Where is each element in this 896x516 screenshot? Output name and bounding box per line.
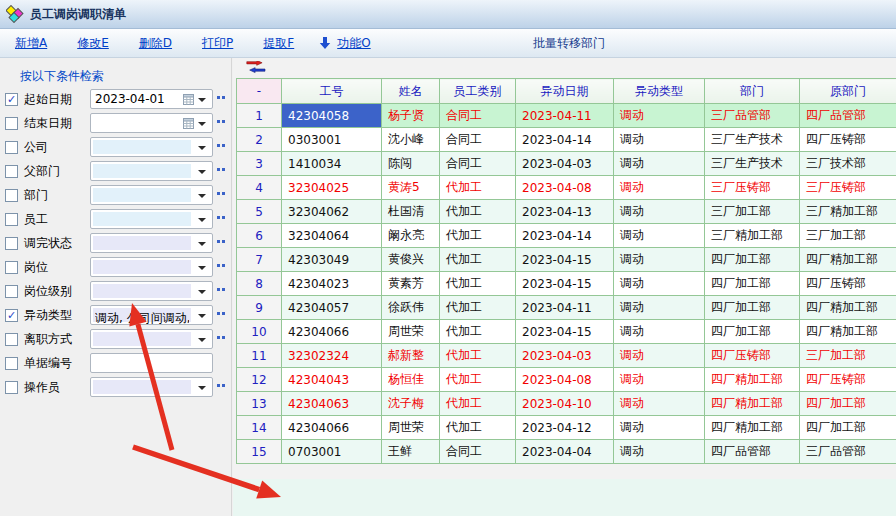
- dropdown-arrow-icon[interactable]: [198, 338, 206, 342]
- ellipsis-button[interactable]: [217, 336, 227, 339]
- row-number-cell[interactable]: 12: [237, 368, 282, 392]
- employee-type-cell[interactable]: 代加工: [440, 296, 516, 320]
- table-row[interactable]: 1242304043杨恒佳代加工2023-04-08调动四厂精加工部四厂压铸部: [237, 368, 896, 392]
- toolbar-button[interactable]: 提取F: [263, 35, 294, 52]
- change-date-cell[interactable]: 2023-04-13: [516, 200, 614, 224]
- row-number-cell[interactable]: 4: [237, 176, 282, 200]
- name-cell[interactable]: 周世荣: [382, 416, 440, 440]
- dropdown-arrow-icon[interactable]: [198, 266, 206, 270]
- toolbar-button[interactable]: 打印P: [202, 35, 233, 52]
- name-cell[interactable]: 杨子贤: [382, 104, 440, 128]
- name-cell[interactable]: 徐跃伟: [382, 296, 440, 320]
- table-row[interactable]: 142304058杨子贤合同工2023-04-11调动三厂品管部四厂品管部: [237, 104, 896, 128]
- filter-checkbox[interactable]: [5, 285, 18, 298]
- original-department-cell[interactable]: 三厂品管部: [800, 440, 896, 464]
- combo-select[interactable]: [90, 377, 213, 397]
- employee-type-cell[interactable]: 代加工: [440, 248, 516, 272]
- change-date-cell[interactable]: 2023-04-10: [516, 392, 614, 416]
- column-header[interactable]: 员工类别: [440, 79, 516, 104]
- employee-type-cell[interactable]: 代加工: [440, 368, 516, 392]
- employee-id-cell[interactable]: 42303049: [282, 248, 382, 272]
- filter-checkbox[interactable]: [5, 213, 18, 226]
- original-department-cell[interactable]: 四厂精加工部: [800, 320, 896, 344]
- employee-type-cell[interactable]: 合同工: [440, 128, 516, 152]
- department-cell[interactable]: 三厂压铸部: [705, 176, 800, 200]
- table-row[interactable]: 532304062杜国清代加工2023-04-13调动三厂加工部三厂精加工部: [237, 200, 896, 224]
- ellipsis-button[interactable]: [217, 192, 227, 195]
- row-number-cell[interactable]: 5: [237, 200, 282, 224]
- change-type-cell[interactable]: 调动: [614, 368, 705, 392]
- employee-id-cell[interactable]: 0303001: [282, 128, 382, 152]
- table-row[interactable]: 942304057徐跃伟代加工2023-04-11调动四厂加工部四厂精加工部: [237, 296, 896, 320]
- employee-type-cell[interactable]: 代加工: [440, 224, 516, 248]
- employee-id-cell[interactable]: 32304064: [282, 224, 382, 248]
- original-department-cell[interactable]: 三厂加工部: [800, 344, 896, 368]
- department-cell[interactable]: 三厂品管部: [705, 104, 800, 128]
- original-department-cell[interactable]: 三厂技术部: [800, 152, 896, 176]
- change-type-cell[interactable]: 调动: [614, 248, 705, 272]
- department-cell[interactable]: 四厂精加工部: [705, 368, 800, 392]
- name-cell[interactable]: 杨恒佳: [382, 368, 440, 392]
- combo-select[interactable]: [90, 329, 213, 349]
- column-header[interactable]: -: [237, 79, 282, 104]
- dropdown-arrow-icon[interactable]: [198, 122, 206, 126]
- calendar-icon[interactable]: [183, 118, 194, 132]
- ellipsis-button[interactable]: [217, 288, 227, 291]
- employee-id-cell[interactable]: 42304057: [282, 296, 382, 320]
- ellipsis-button[interactable]: [217, 96, 227, 99]
- dropdown-arrow-icon[interactable]: [198, 242, 206, 246]
- employee-id-cell[interactable]: 32302324: [282, 344, 382, 368]
- filter-checkbox[interactable]: [5, 357, 18, 370]
- name-cell[interactable]: 阚永亮: [382, 224, 440, 248]
- change-date-cell[interactable]: 2023-04-15: [516, 272, 614, 296]
- change-type-cell[interactable]: 调动: [614, 416, 705, 440]
- original-department-cell[interactable]: 四厂压铸部: [800, 128, 896, 152]
- original-department-cell[interactable]: 三厂精加工部: [800, 200, 896, 224]
- change-type-cell[interactable]: 调动: [614, 224, 705, 248]
- row-number-cell[interactable]: 3: [237, 152, 282, 176]
- change-type-cell[interactable]: 调动: [614, 296, 705, 320]
- change-date-cell[interactable]: 2023-04-12: [516, 416, 614, 440]
- row-number-cell[interactable]: 7: [237, 248, 282, 272]
- column-header[interactable]: 异动类型: [614, 79, 705, 104]
- filter-checkbox[interactable]: [5, 165, 18, 178]
- change-type-cell[interactable]: 调动: [614, 200, 705, 224]
- ellipsis-button[interactable]: [217, 120, 227, 123]
- department-cell[interactable]: 四厂压铸部: [705, 344, 800, 368]
- original-department-cell[interactable]: 四厂压铸部: [800, 368, 896, 392]
- name-cell[interactable]: 沈子梅: [382, 392, 440, 416]
- change-type-cell[interactable]: 调动: [614, 176, 705, 200]
- department-cell[interactable]: 四厂加工部: [705, 248, 800, 272]
- original-department-cell[interactable]: 四厂精加工部: [800, 248, 896, 272]
- table-row[interactable]: 1442304066周世荣代加工2023-04-12调动四厂精加工部四厂加工部: [237, 416, 896, 440]
- original-department-cell[interactable]: 四厂品管部: [800, 104, 896, 128]
- filter-checkbox[interactable]: [5, 189, 18, 202]
- toolbar-button[interactable]: 新增A: [15, 35, 47, 52]
- change-date-cell[interactable]: 2023-04-08: [516, 368, 614, 392]
- column-header[interactable]: 异动日期: [516, 79, 614, 104]
- employee-id-cell[interactable]: 1410034: [282, 152, 382, 176]
- change-date-cell[interactable]: 2023-04-14: [516, 224, 614, 248]
- ellipsis-button[interactable]: [217, 168, 227, 171]
- original-department-cell[interactable]: 三厂压铸部: [800, 176, 896, 200]
- row-number-cell[interactable]: 10: [237, 320, 282, 344]
- row-number-cell[interactable]: 11: [237, 344, 282, 368]
- combo-select[interactable]: [90, 209, 213, 229]
- row-number-cell[interactable]: 1: [237, 104, 282, 128]
- employee-type-cell[interactable]: 合同工: [440, 440, 516, 464]
- name-cell[interactable]: 黄俊兴: [382, 248, 440, 272]
- employee-type-cell[interactable]: 代加工: [440, 392, 516, 416]
- batch-transfer-button[interactable]: 批量转移部门: [533, 35, 605, 52]
- change-date-cell[interactable]: 2023-04-11: [516, 104, 614, 128]
- toolbar-button[interactable]: 修改E: [77, 35, 109, 52]
- change-date-cell[interactable]: 2023-04-14: [516, 128, 614, 152]
- column-header[interactable]: 工号: [282, 79, 382, 104]
- department-cell[interactable]: 三厂生产技术: [705, 128, 800, 152]
- change-type-cell[interactable]: 调动: [614, 320, 705, 344]
- name-cell[interactable]: 陈闯: [382, 152, 440, 176]
- name-cell[interactable]: 沈小峰: [382, 128, 440, 152]
- ellipsis-button[interactable]: [217, 240, 227, 243]
- employee-type-cell[interactable]: 代加工: [440, 416, 516, 440]
- filter-checkbox[interactable]: [5, 381, 18, 394]
- ellipsis-button[interactable]: [217, 312, 227, 315]
